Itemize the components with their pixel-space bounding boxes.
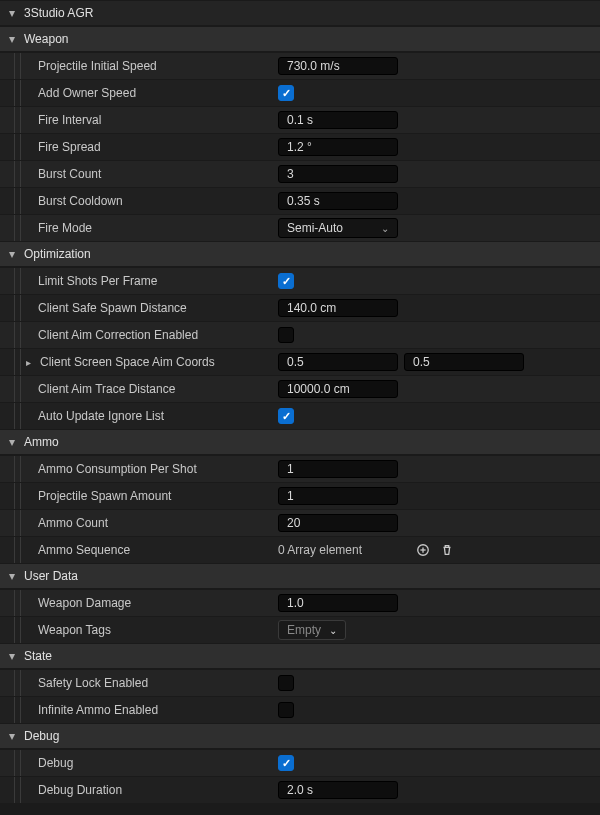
checkbox-safety-lock-enabled[interactable] [278,675,294,691]
row-weapon-damage: Weapon Damage [0,589,600,616]
input-ammo-count[interactable] [278,514,398,532]
label-projectile-spawn-amount: Projectile Spawn Amount [38,489,171,503]
row-projectile-spawn-amount: Projectile Spawn Amount [0,482,600,509]
section-header-root[interactable]: 3Studio AGR [0,0,600,26]
row-burst-count: Burst Count [0,160,600,187]
row-client-aim-trace-distance: Client Aim Trace Distance [0,375,600,402]
label-client-aim-correction: Client Aim Correction Enabled [38,328,198,342]
select-fire-mode-value: Semi-Auto [287,221,343,235]
input-projectile-spawn-amount[interactable] [278,487,398,505]
row-ammo-count: Ammo Count [0,509,600,536]
select-fire-mode[interactable]: Semi-Auto ⌄ [278,218,398,238]
chevron-down-icon [6,436,18,448]
select-weapon-tags-value: Empty [287,623,321,637]
label-weapon-damage: Weapon Damage [38,596,131,610]
section-rows-user-data: Weapon Damage Weapon Tags Empty ⌄ [0,589,600,643]
checkbox-infinite-ammo-enabled[interactable] [278,702,294,718]
root-title: 3Studio AGR [24,6,93,20]
input-debug-duration[interactable] [278,781,398,799]
select-weapon-tags[interactable]: Empty ⌄ [278,620,346,640]
add-element-button[interactable] [414,541,432,559]
chevron-down-icon [6,33,18,45]
section-rows-debug: Debug Debug Duration [0,749,600,803]
chevron-down-icon: ⌄ [381,223,389,234]
checkbox-limit-shots-per-frame[interactable] [278,273,294,289]
label-debug: Debug [38,756,73,770]
input-aim-coord-y[interactable] [404,353,524,371]
label-fire-spread: Fire Spread [38,140,101,154]
row-auto-update-ignore-list: Auto Update Ignore List [0,402,600,429]
label-fire-mode: Fire Mode [38,221,92,235]
row-weapon-tags: Weapon Tags Empty ⌄ [0,616,600,643]
chevron-down-icon [6,570,18,582]
label-ammo-consumption-per-shot: Ammo Consumption Per Shot [38,462,197,476]
section-title-debug: Debug [24,729,59,743]
input-weapon-damage[interactable] [278,594,398,612]
label-weapon-tags: Weapon Tags [38,623,111,637]
section-title-weapon: Weapon [24,32,68,46]
row-burst-cooldown: Burst Cooldown [0,187,600,214]
label-limit-shots-per-frame: Limit Shots Per Frame [38,274,157,288]
text-ammo-sequence-count: 0 Array element [278,543,362,557]
row-fire-interval: Fire Interval [0,106,600,133]
label-burst-count: Burst Count [38,167,101,181]
section-rows-weapon: Projectile Initial Speed Add Owner Speed… [0,52,600,241]
chevron-down-icon [6,730,18,742]
label-infinite-ammo-enabled: Infinite Ammo Enabled [38,703,158,717]
row-limit-shots-per-frame: Limit Shots Per Frame [0,267,600,294]
plus-circle-icon [416,543,430,557]
input-burst-count[interactable] [278,165,398,183]
label-burst-cooldown: Burst Cooldown [38,194,123,208]
input-aim-coord-x[interactable] [278,353,398,371]
row-debug-duration: Debug Duration [0,776,600,803]
input-burst-cooldown[interactable] [278,192,398,210]
input-fire-interval[interactable] [278,111,398,129]
label-safety-lock-enabled: Safety Lock Enabled [38,676,148,690]
input-client-aim-trace-distance[interactable] [278,380,398,398]
row-debug: Debug [0,749,600,776]
label-ammo-count: Ammo Count [38,516,108,530]
row-infinite-ammo-enabled: Infinite Ammo Enabled [0,696,600,723]
label-debug-duration: Debug Duration [38,783,122,797]
row-add-owner-speed: Add Owner Speed [0,79,600,106]
section-title-user-data: User Data [24,569,78,583]
row-fire-mode: Fire Mode Semi-Auto ⌄ [0,214,600,241]
section-header-debug[interactable]: Debug [0,723,600,749]
input-client-safe-spawn-distance[interactable] [278,299,398,317]
input-projectile-initial-speed[interactable] [278,57,398,75]
trash-icon [440,543,454,557]
chevron-down-icon: ⌄ [329,625,337,636]
label-ammo-sequence: Ammo Sequence [38,543,130,557]
chevron-down-icon [6,7,18,19]
label-add-owner-speed: Add Owner Speed [38,86,136,100]
checkbox-debug[interactable] [278,755,294,771]
section-header-user-data[interactable]: User Data [0,563,600,589]
section-rows-ammo: Ammo Consumption Per Shot Projectile Spa… [0,455,600,563]
row-client-screen-space-aim: Client Screen Space Aim Coords [0,348,600,375]
checkbox-client-aim-correction[interactable] [278,327,294,343]
label-client-safe-spawn-distance: Client Safe Spawn Distance [38,301,187,315]
section-rows-state: Safety Lock Enabled Infinite Ammo Enable… [0,669,600,723]
checkbox-add-owner-speed[interactable] [278,85,294,101]
input-fire-spread[interactable] [278,138,398,156]
section-title-optimization: Optimization [24,247,91,261]
chevron-down-icon [6,248,18,260]
section-header-state[interactable]: State [0,643,600,669]
row-client-safe-spawn-distance: Client Safe Spawn Distance [0,294,600,321]
row-ammo-sequence: Ammo Sequence 0 Array element [0,536,600,563]
label-fire-interval: Fire Interval [38,113,101,127]
section-header-weapon[interactable]: Weapon [0,26,600,52]
label-client-aim-trace-distance: Client Aim Trace Distance [38,382,175,396]
label-projectile-initial-speed: Projectile Initial Speed [38,59,157,73]
section-header-optimization[interactable]: Optimization [0,241,600,267]
label-auto-update-ignore-list: Auto Update Ignore List [38,409,164,423]
checkbox-auto-update-ignore-list[interactable] [278,408,294,424]
row-ammo-consumption-per-shot: Ammo Consumption Per Shot [0,455,600,482]
row-fire-spread: Fire Spread [0,133,600,160]
section-header-ammo[interactable]: Ammo [0,429,600,455]
input-ammo-consumption-per-shot[interactable] [278,460,398,478]
section-title-state: State [24,649,52,663]
section-rows-optimization: Limit Shots Per Frame Client Safe Spawn … [0,267,600,429]
label-client-screen-space-aim: Client Screen Space Aim Coords [40,355,215,369]
clear-array-button[interactable] [438,541,456,559]
